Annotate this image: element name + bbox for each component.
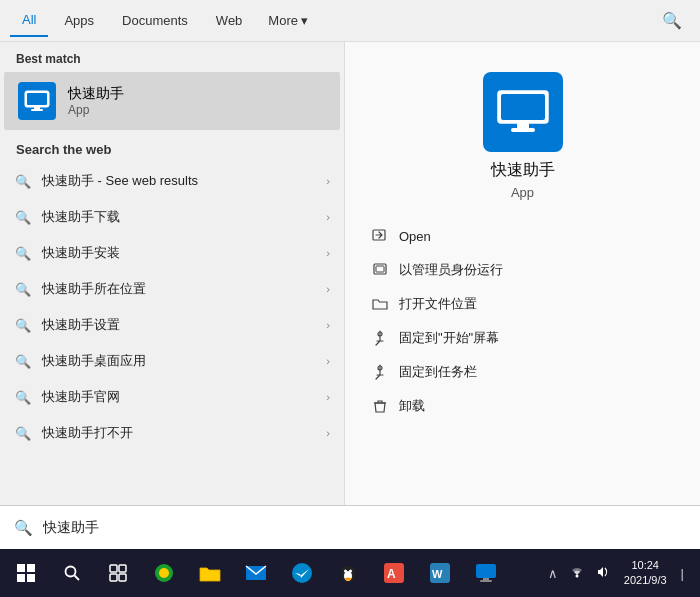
taskbar-app2-button[interactable]: W	[418, 551, 462, 595]
best-match-text: 快速助手 App	[68, 85, 124, 117]
context-label-admin: 以管理员身份运行	[399, 261, 503, 279]
svg-line-19	[75, 576, 80, 581]
svg-rect-7	[511, 128, 535, 132]
arrow-icon-5: ›	[326, 355, 330, 367]
svg-rect-3	[31, 109, 43, 111]
context-label-open: Open	[399, 229, 431, 244]
svg-rect-20	[110, 565, 117, 572]
search-item-6[interactable]: 🔍 快速助手官网 ›	[0, 379, 344, 415]
taskbar-monitor-button[interactable]	[464, 551, 508, 595]
context-item-pin-start[interactable]: 固定到"开始"屏幕	[361, 322, 684, 354]
tabs-row: All Apps Documents Web More ▾ 🔍	[0, 0, 700, 42]
search-list: 🔍 快速助手 - See web results › 🔍 快速助手下载 › 🔍 …	[0, 163, 344, 549]
tab-web[interactable]: Web	[204, 5, 255, 36]
taskbar-mail-button[interactable]	[234, 551, 278, 595]
context-item-uninstall[interactable]: 卸载	[361, 390, 684, 422]
best-match-item[interactable]: 快速助手 App	[4, 72, 340, 130]
pin-start-icon	[371, 329, 389, 347]
tab-documents[interactable]: Documents	[110, 5, 200, 36]
watermark: PCOnline	[641, 527, 692, 541]
svg-rect-10	[376, 266, 384, 272]
svg-rect-14	[17, 564, 25, 572]
svg-text:W: W	[432, 568, 443, 580]
search-item-text-0: 快速助手 - See web results	[42, 172, 316, 190]
web-search-icon-3: 🔍	[14, 280, 32, 298]
show-desktop-button[interactable]: |	[677, 564, 688, 583]
context-item-admin[interactable]: 以管理员身份运行	[361, 254, 684, 286]
search-item-3[interactable]: 🔍 快速助手所在位置 ›	[0, 271, 344, 307]
svg-point-30	[344, 570, 347, 573]
svg-point-32	[345, 578, 351, 581]
system-tray: ∧ 10:24 2021/9/3 |	[544, 558, 696, 589]
web-search-icon-1: 🔍	[14, 208, 32, 226]
arrow-icon-4: ›	[326, 319, 330, 331]
web-search-icon-5: 🔍	[14, 352, 32, 370]
clock-date: 2021/9/3	[624, 573, 667, 588]
taskbar-app1-button[interactable]: A	[372, 551, 416, 595]
start-button[interactable]	[4, 551, 48, 595]
app-icon-small	[18, 82, 56, 120]
search-item-text-6: 快速助手官网	[42, 388, 316, 406]
search-input[interactable]	[43, 520, 686, 536]
app-icon-large	[483, 72, 563, 152]
taskbar-taskview-button[interactable]	[96, 551, 140, 595]
svg-point-25	[159, 568, 169, 578]
start-menu: All Apps Documents Web More ▾ 🔍 Best mat…	[0, 0, 700, 549]
tray-icon-1[interactable]: ∧	[544, 564, 562, 583]
svg-rect-5	[501, 94, 545, 120]
search-bar-icon: 🔍	[14, 519, 33, 537]
tab-more[interactable]: More ▾	[258, 5, 318, 36]
chevron-down-icon: ▾	[301, 13, 308, 28]
context-item-open[interactable]: Open	[361, 220, 684, 252]
search-item-text-4: 快速助手设置	[42, 316, 316, 334]
app-name-large: 快速助手	[361, 160, 684, 181]
search-item-7[interactable]: 🔍 快速助手打不开 ›	[0, 415, 344, 451]
context-label-folder: 打开文件位置	[399, 295, 477, 313]
trash-icon	[371, 397, 389, 415]
search-top-icon[interactable]: 🔍	[654, 7, 690, 34]
context-label-pin-start: 固定到"开始"屏幕	[399, 329, 499, 347]
arrow-icon-2: ›	[326, 247, 330, 259]
taskbar-penguin-button[interactable]	[326, 551, 370, 595]
svg-rect-15	[27, 564, 35, 572]
taskbar-browser-button[interactable]	[142, 551, 186, 595]
pin-taskbar-icon	[371, 363, 389, 381]
search-bar: 🔍	[0, 505, 700, 549]
taskbar-telegram-button[interactable]	[280, 551, 324, 595]
system-clock[interactable]: 10:24 2021/9/3	[618, 558, 673, 589]
svg-rect-1	[27, 93, 47, 105]
taskbar-explorer-button[interactable]	[188, 551, 232, 595]
taskbar-search-button[interactable]	[50, 551, 94, 595]
svg-rect-23	[119, 574, 126, 581]
svg-rect-17	[27, 574, 35, 582]
arrow-icon-0: ›	[326, 175, 330, 187]
web-search-icon-0: 🔍	[14, 172, 32, 190]
arrow-icon-3: ›	[326, 283, 330, 295]
search-item-text-1: 快速助手下载	[42, 208, 316, 226]
arrow-icon-7: ›	[326, 427, 330, 439]
search-item-4[interactable]: 🔍 快速助手设置 ›	[0, 307, 344, 343]
search-item-text-3: 快速助手所在位置	[42, 280, 316, 298]
content-area: Best match 快速助手 App Search the web	[0, 42, 700, 549]
web-search-icon-2: 🔍	[14, 244, 32, 262]
search-item-text-7: 快速助手打不开	[42, 424, 316, 442]
context-item-pin-taskbar[interactable]: 固定到任务栏	[361, 356, 684, 388]
admin-icon	[371, 261, 389, 279]
svg-rect-39	[480, 580, 492, 582]
context-item-folder[interactable]: 打开文件位置	[361, 288, 684, 320]
arrow-icon-1: ›	[326, 211, 330, 223]
svg-rect-21	[119, 565, 126, 572]
context-label-pin-taskbar: 固定到任务栏	[399, 363, 477, 381]
search-item-text-2: 快速助手安装	[42, 244, 316, 262]
search-item-1[interactable]: 🔍 快速助手下载 ›	[0, 199, 344, 235]
tray-volume-icon[interactable]	[592, 564, 614, 583]
tray-network-icon[interactable]	[566, 564, 588, 583]
svg-point-18	[66, 567, 76, 577]
search-item-2[interactable]: 🔍 快速助手安装 ›	[0, 235, 344, 271]
tab-apps[interactable]: Apps	[52, 5, 106, 36]
search-item-0[interactable]: 🔍 快速助手 - See web results ›	[0, 163, 344, 199]
clock-time: 10:24	[624, 558, 667, 573]
tab-all[interactable]: All	[10, 4, 48, 37]
open-icon	[371, 227, 389, 245]
search-item-5[interactable]: 🔍 快速助手桌面应用 ›	[0, 343, 344, 379]
